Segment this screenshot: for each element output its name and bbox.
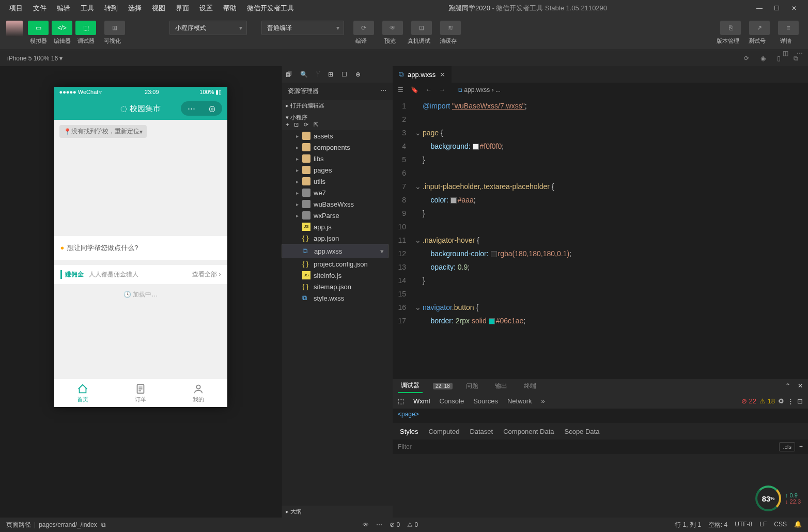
panel-close-icon[interactable]: ✕ [798, 382, 803, 389]
file-stylewxss[interactable]: ⧉style.wxss [282, 292, 393, 304]
menu-interface[interactable]: 界面 [170, 4, 194, 13]
minimize-icon[interactable]: — [756, 5, 764, 12]
dataset-tab[interactable]: Dataset [470, 428, 493, 435]
devtool-network[interactable]: Network [507, 397, 532, 405]
device-selector[interactable]: iPhone 5 100% 16 ▾ [7, 55, 63, 62]
menu-project[interactable]: 项目 [4, 4, 28, 13]
toggle-panel-icon[interactable]: ☰ [398, 86, 403, 93]
inspect-icon[interactable]: ⬚ [398, 397, 404, 405]
visual-button[interactable]: ⊞ [104, 21, 125, 35]
dock-icon[interactable]: ⊡ [797, 397, 803, 405]
menu-help[interactable]: 帮助 [218, 4, 242, 13]
tab-terminal[interactable]: 终端 [521, 380, 539, 393]
file-tab[interactable]: ⧉app.wxss✕ [393, 66, 452, 83]
indent-info[interactable]: 空格: 4 [708, 521, 727, 529]
styles-tab[interactable]: Styles [400, 428, 418, 435]
cls-toggle[interactable]: .cls [779, 442, 795, 451]
bell-icon[interactable]: 🔔 [794, 521, 802, 529]
file-appjson[interactable]: { }app.json [282, 232, 393, 244]
new-file-icon[interactable]: + [286, 121, 289, 128]
project-section[interactable]: ▾ 小程序 +⊡⟳⇱ [282, 112, 393, 130]
box-icon[interactable]: ☐ [341, 71, 347, 78]
avatar[interactable] [6, 21, 23, 37]
menu-file[interactable]: 文件 [28, 4, 52, 13]
status-warnings[interactable]: ⚠ 0 [407, 521, 418, 528]
eol[interactable]: LF [759, 521, 767, 529]
copy-icon[interactable]: ⧉ [101, 521, 106, 528]
folder-wxparse[interactable]: ▸wxParse [282, 210, 393, 221]
simulator-button[interactable]: ▭ [28, 21, 49, 35]
new-folder-icon[interactable]: ⊡ [294, 121, 299, 128]
menu-edit[interactable]: 编辑 [52, 4, 75, 13]
more-bottom-icon[interactable]: ⋯ [376, 521, 382, 528]
page-path[interactable]: pages/errand/_/index [39, 521, 97, 528]
code-editor[interactable]: 1@import "wuBaseWxss/7.wxss"; 2 3⌄page {… [393, 97, 808, 378]
file-sitemap[interactable]: { }sitemap.json [282, 281, 393, 292]
maximize-icon[interactable]: ☐ [774, 5, 781, 12]
tab-debugger[interactable]: 调试器 [398, 379, 423, 393]
devtool-console[interactable]: Console [440, 397, 464, 405]
style-filter-input[interactable] [398, 443, 779, 450]
branch-icon[interactable]: ᛘ [316, 71, 320, 78]
add-style-icon[interactable]: + [799, 443, 803, 450]
folder-libs[interactable]: ▸libs [282, 153, 393, 164]
more-icon[interactable]: ⋯ [380, 87, 386, 96]
mode-select[interactable]: 小程序模式 [169, 21, 247, 35]
menu-settings[interactable]: 设置 [194, 4, 218, 13]
compile-button[interactable]: ⟳ [353, 21, 374, 35]
menu-tools[interactable]: 工具 [75, 4, 99, 13]
remote-debug-button[interactable]: ⊡ [411, 21, 432, 35]
menu-goto[interactable]: 转到 [99, 4, 123, 13]
tab-home[interactable]: 首页 [54, 379, 112, 407]
record-icon[interactable]: ◉ [760, 55, 768, 62]
tab-problems[interactable]: 问题 [463, 380, 481, 393]
folder-wubasewxss[interactable]: ▸wuBaseWxss [282, 198, 393, 210]
folder-we7[interactable]: ▸we7 [282, 187, 393, 198]
test-account-button[interactable]: ↗ [749, 21, 770, 35]
nav-fwd-icon[interactable]: → [439, 86, 445, 93]
error-count[interactable]: ⊘ 22 [741, 397, 756, 405]
computed-tab[interactable]: Computed [428, 428, 459, 435]
file-projectconfig[interactable]: { }project.config.json [282, 258, 393, 270]
commission-card[interactable]: 赚佣金 人人都是佣金猎人 查看全部 › [54, 265, 227, 284]
outline-section[interactable]: ▸ 大纲 [282, 506, 393, 518]
folder-pages[interactable]: ▸pages [282, 164, 393, 176]
preview-button[interactable]: 👁 [382, 21, 403, 35]
gear-icon[interactable]: ⚙ [778, 397, 784, 405]
file-siteinfo[interactable]: JSsiteinfo.js [282, 270, 393, 281]
files-icon[interactable]: 🗐 [286, 71, 292, 78]
refresh-tree-icon[interactable]: ⟳ [304, 121, 308, 128]
file-appwxss[interactable]: ⧉app.wxss [282, 244, 389, 258]
cursor-position[interactable]: 行 1, 列 1 [675, 521, 701, 529]
debugger-button[interactable]: ⬚ [75, 21, 96, 35]
collapse-icon[interactable]: ⇱ [314, 121, 318, 128]
location-chip[interactable]: 📍 没有找到学校，重新定位 ▾ [59, 125, 147, 138]
menu-view[interactable]: 视图 [147, 4, 170, 13]
devtool-wxml[interactable]: Wxml [413, 397, 430, 405]
robot-icon[interactable]: ⊕ [355, 71, 361, 78]
language-mode[interactable]: CSS [774, 521, 787, 529]
refresh-icon[interactable]: ⟳ [744, 55, 751, 62]
folder-assets[interactable]: ▸assets [282, 130, 393, 142]
details-button[interactable]: ≡ [778, 21, 799, 35]
editor-more-icon[interactable]: ⋯ [797, 50, 803, 57]
close-icon[interactable]: ✕ [791, 5, 799, 12]
breadcrumb[interactable]: ⧉ app.wxss › ... [458, 86, 501, 93]
capsule-button[interactable]: ⋯◎ [181, 101, 222, 116]
menu-select[interactable]: 选择 [123, 4, 147, 13]
file-appjs[interactable]: JSapp.js [282, 221, 393, 232]
version-button[interactable]: ⎘ [720, 21, 741, 35]
menu-devtools[interactable]: 微信开发者工具 [242, 4, 299, 13]
compile-select[interactable]: 普通编译 [261, 21, 344, 35]
folder-utils[interactable]: ▸utils [282, 176, 393, 187]
encoding[interactable]: UTF-8 [735, 521, 752, 529]
scopedata-tab[interactable]: Scope Data [564, 428, 599, 435]
search-icon[interactable]: 🔍 [300, 71, 308, 78]
warn-count[interactable]: ⚠ 18 [759, 397, 775, 405]
more-icon[interactable]: ⋮ [787, 397, 794, 405]
tab-output[interactable]: 输出 [492, 380, 510, 393]
open-editors-section[interactable]: ▸ 打开的编辑器 [282, 100, 393, 112]
prompt-card[interactable]: ●想让同学帮您做点什么? [54, 236, 227, 260]
chevron-up-icon[interactable]: ⌃ [785, 382, 790, 389]
performance-widget[interactable]: 83% ↑ 0.9↓ 22.3 [755, 486, 801, 511]
